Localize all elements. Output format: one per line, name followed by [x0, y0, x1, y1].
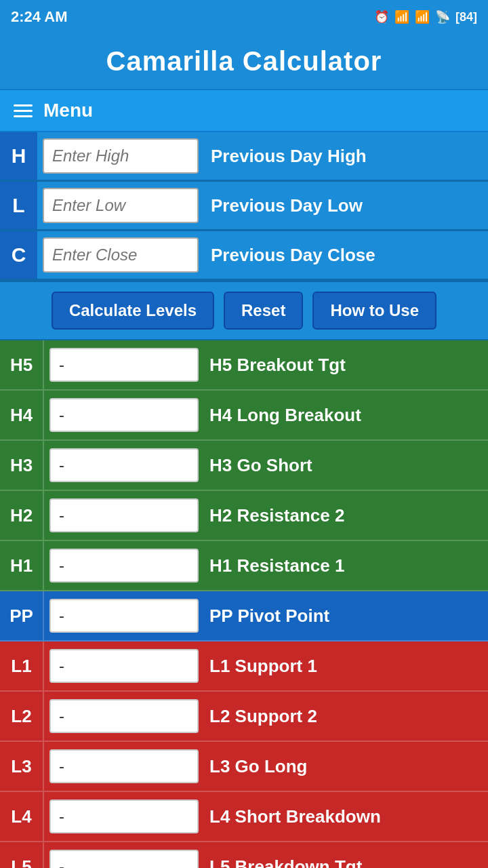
result-value-H3: - — [49, 448, 199, 482]
label-L: L — [0, 182, 37, 229]
result-value-H5: - — [49, 348, 199, 382]
result-value-L5: - — [49, 850, 199, 868]
table-row: H3 - H3 Go Short — [0, 441, 488, 491]
result-label-L2: L2 — [0, 692, 44, 741]
result-desc-H5: H5 Breakout Tgt — [204, 355, 488, 376]
status-icons: ⏰ 📶 📶 📡 [84] — [374, 9, 477, 24]
table-row: PP - PP Pivot Point — [0, 591, 488, 642]
result-value-L1: - — [49, 649, 199, 683]
result-label-L4: L4 — [0, 792, 44, 841]
table-row: L2 - L2 Support 2 — [0, 692, 488, 742]
buttons-row: Calculate Levels Reset How to Use — [0, 282, 488, 340]
result-label-H2: H2 — [0, 491, 44, 540]
result-value-L3: - — [49, 749, 199, 783]
input-row-high: H Previous Day High — [0, 132, 488, 182]
reset-button[interactable]: Reset — [224, 292, 303, 330]
table-row: L5 - L5 Breakdown Tgt — [0, 842, 488, 868]
result-label-L1: L1 — [0, 642, 44, 690]
result-desc-PP: PP Pivot Point — [204, 606, 488, 627]
input-close[interactable] — [43, 237, 199, 273]
table-row: H4 - H4 Long Breakout — [0, 391, 488, 441]
result-desc-H1: H1 Resistance 1 — [204, 555, 488, 576]
result-value-H4: - — [49, 398, 199, 432]
result-desc-L4: L4 Short Breakdown — [204, 806, 488, 827]
signal-icon-1: 📶 — [394, 9, 409, 24]
label-C: C — [0, 231, 37, 279]
result-label-H4: H4 — [0, 391, 44, 439]
result-label-PP: PP — [0, 591, 44, 640]
result-label-H5: H5 — [0, 340, 44, 389]
main-content: H Previous Day High L Previous Day Low C… — [0, 132, 488, 868]
result-value-H2: - — [49, 498, 199, 532]
table-row: H1 - H1 Resistance 1 — [0, 541, 488, 591]
table-row: L4 - L4 Short Breakdown — [0, 792, 488, 842]
result-label-L3: L3 — [0, 742, 44, 791]
alarm-icon: ⏰ — [374, 9, 389, 24]
table-row: H5 - H5 Breakout Tgt — [0, 340, 488, 391]
label-H: H — [0, 132, 37, 180]
input-high[interactable] — [43, 138, 199, 174]
signal-icon-2: 📶 — [415, 9, 430, 24]
result-value-L4: - — [49, 800, 199, 833]
app-header: Camarilla Calculator — [0, 34, 488, 89]
result-value-L2: - — [49, 699, 199, 733]
desc-close: Previous Day Close — [204, 245, 488, 266]
input-low[interactable] — [43, 188, 199, 223]
input-row-low: L Previous Day Low — [0, 182, 488, 231]
table-row: L1 - L1 Support 1 — [0, 642, 488, 692]
input-section: H Previous Day High L Previous Day Low C… — [0, 132, 488, 282]
desc-low: Previous Day Low — [204, 195, 488, 216]
menu-label: Menu — [43, 100, 93, 121]
result-desc-H2: H2 Resistance 2 — [204, 505, 488, 526]
how-to-use-button[interactable]: How to Use — [312, 292, 436, 330]
results-section: H5 - H5 Breakout Tgt H4 - H4 Long Breako… — [0, 340, 488, 868]
result-value-H1: - — [49, 549, 199, 583]
desc-high: Previous Day High — [204, 146, 488, 167]
menu-bar[interactable]: Menu — [0, 89, 488, 132]
wifi-icon: 📡 — [435, 9, 450, 24]
status-time: 2:24 AM — [11, 8, 68, 26]
app-title: Camarilla Calculator — [106, 46, 382, 76]
table-row: H2 - H2 Resistance 2 — [0, 491, 488, 541]
result-desc-H4: H4 Long Breakout — [204, 405, 488, 426]
result-value-PP: - — [49, 599, 199, 633]
result-label-H3: H3 — [0, 441, 44, 490]
input-row-close: C Previous Day Close — [0, 231, 488, 281]
result-desc-L2: L2 Support 2 — [204, 706, 488, 727]
result-label-H1: H1 — [0, 541, 44, 590]
calculate-button[interactable]: Calculate Levels — [52, 292, 214, 330]
status-bar: 2:24 AM ⏰ 📶 📶 📡 [84] — [0, 0, 488, 34]
result-desc-L1: L1 Support 1 — [204, 656, 488, 677]
battery-icon: [84] — [455, 10, 477, 24]
result-desc-H3: H3 Go Short — [204, 455, 488, 476]
result-desc-L5: L5 Breakdown Tgt — [204, 856, 488, 869]
menu-hamburger-icon[interactable] — [14, 104, 33, 117]
result-desc-L3: L3 Go Long — [204, 756, 488, 777]
table-row: L3 - L3 Go Long — [0, 742, 488, 792]
result-label-L5: L5 — [0, 842, 44, 868]
